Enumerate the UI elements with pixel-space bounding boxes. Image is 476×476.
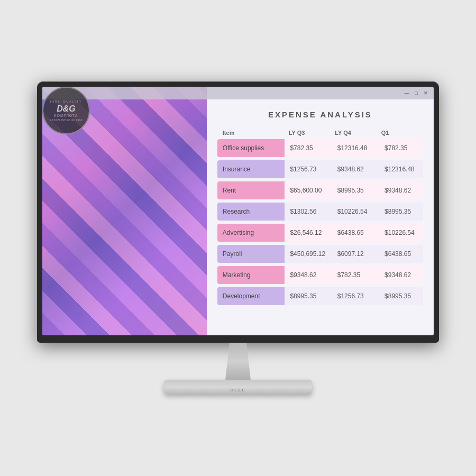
minimize-button[interactable]: —: [403, 89, 410, 97]
monitor-body: — □ ✕ EXPENSE ANALYSIS Item LY Q3 LY Q4 …: [37, 81, 439, 343]
content-area: EXPENSE ANALYSIS Item LY Q3 LY Q4 Q1 Off…: [207, 99, 434, 335]
watermark: HIGH QUALITY D&G КОМП'ЮТА ESTABLISHED IN…: [42, 87, 90, 134]
cell-lyq4-0: $12316.48: [332, 139, 379, 157]
cell-item-0: Office supplies: [217, 139, 285, 157]
monitor-stand-neck: [217, 343, 259, 380]
maximize-button[interactable]: □: [413, 89, 420, 97]
cell-lyq4-2: $8995.35: [332, 181, 379, 199]
table-row: Insurance$1256.73$9348.62$12316.48: [217, 160, 423, 178]
cell-item-4: Advertising: [217, 224, 285, 242]
cell-q1-5: $6438.65: [379, 245, 423, 263]
table-row: Development$8995.35$1256.73$8995.35: [217, 287, 423, 305]
table-row: Payroll$450,695.12$6097.12$6438.65: [217, 245, 423, 263]
cell-lyq3-7: $8995.35: [285, 287, 332, 305]
cell-lyq3-6: $9348.62: [285, 266, 332, 284]
cell-item-6: Marketing: [217, 266, 285, 284]
watermark-sub: КОМП'ЮТА: [54, 114, 78, 117]
cell-lyq4-5: $6097.12: [332, 245, 379, 263]
cell-item-2: Rent: [217, 181, 285, 199]
page-title: EXPENSE ANALYSIS: [217, 110, 423, 119]
cell-lyq3-5: $450,695.12: [285, 245, 332, 263]
table-row: Research$1302.56$10226.54$8995.35: [217, 203, 423, 221]
cell-item-3: Research: [217, 203, 285, 221]
table-body: Office supplies$782.35$12316.48$782.35In…: [217, 139, 423, 305]
table-row: Advertising$26,546.12$6438.65$10226.54: [217, 224, 423, 242]
monitor-wrapper: HIGH QUALITY D&G КОМП'ЮТА ESTABLISHED IN…: [37, 81, 439, 395]
cell-item-7: Development: [217, 287, 285, 305]
cell-lyq3-3: $1302.56: [285, 203, 332, 221]
watermark-arc-top: HIGH QUALITY: [50, 100, 82, 103]
cell-lyq4-4: $6438.65: [332, 224, 379, 242]
dell-logo: DELL: [231, 388, 246, 392]
cell-q1-1: $12316.48: [379, 160, 423, 178]
table-row: Rent$65,600.00$8995.35$9348.62: [217, 181, 423, 199]
cell-q1-6: $9348.62: [379, 266, 423, 284]
cell-lyq4-1: $9348.62: [332, 160, 379, 178]
cell-item-1: Insurance: [217, 160, 285, 178]
cell-lyq3-4: $26,546.12: [285, 224, 332, 242]
monitor-screen: — □ ✕ EXPENSE ANALYSIS Item LY Q3 LY Q4 …: [42, 87, 434, 335]
cell-lyq3-1: $1256.73: [285, 160, 332, 178]
table-row: Marketing$9348.62$782.35$9348.62: [217, 266, 423, 284]
cell-lyq4-3: $10226.54: [332, 203, 379, 221]
cell-lyq3-0: $782.35: [285, 139, 332, 157]
cell-q1-3: $8995.35: [379, 203, 423, 221]
header-item: Item: [219, 127, 286, 138]
watermark-brand: D&G: [57, 104, 76, 114]
header-lyq3: LY Q3: [286, 127, 332, 138]
table-header: Item LY Q3 LY Q4 Q1: [217, 127, 423, 138]
close-button[interactable]: ✕: [422, 89, 429, 97]
cell-lyq4-6: $782.35: [332, 266, 379, 284]
cell-q1-2: $9348.62: [379, 181, 423, 199]
cell-q1-7: $8995.35: [379, 287, 423, 305]
watermark-arc-bottom: ESTABLISHED IN 1992: [50, 118, 83, 122]
titlebar: — □ ✕: [42, 87, 434, 99]
cell-lyq3-2: $65,600.00: [285, 181, 332, 199]
cell-q1-4: $10226.54: [379, 224, 423, 242]
header-lyq4: LY Q4: [332, 127, 378, 138]
table-row: Office supplies$782.35$12316.48$782.35: [217, 139, 423, 157]
cell-q1-0: $782.35: [379, 139, 423, 157]
header-q1: Q1: [378, 127, 421, 138]
cell-lyq4-7: $1256.73: [332, 287, 379, 305]
cell-item-5: Payroll: [217, 245, 285, 263]
